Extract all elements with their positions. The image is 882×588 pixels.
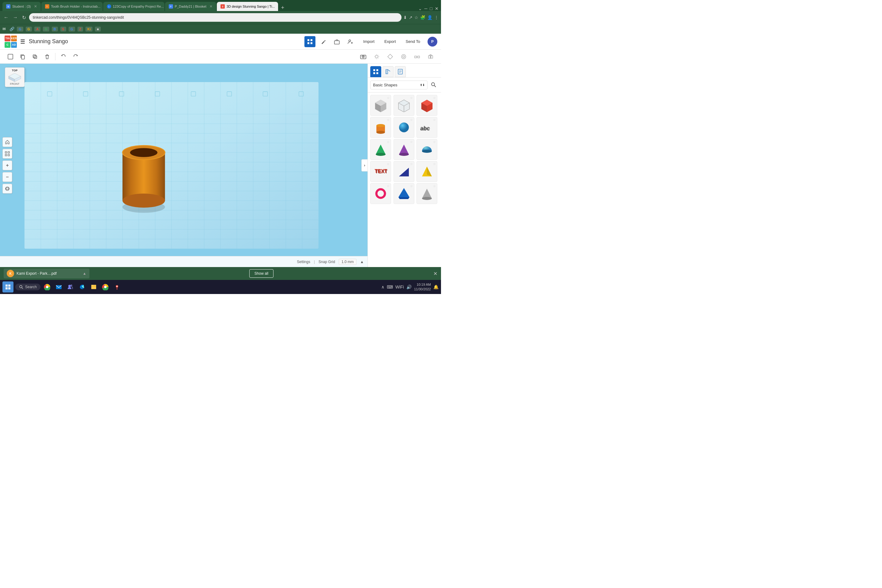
- shape-star-textred[interactable]: ☆: [387, 162, 390, 166]
- camera-view-button[interactable]: [358, 51, 369, 62]
- import-button[interactable]: Import: [358, 37, 380, 46]
- volume-icon[interactable]: 🔊: [406, 285, 412, 290]
- shape-star-cylinder[interactable]: ☆: [387, 118, 390, 122]
- bookmark-ki[interactable]: Ki: [86, 27, 93, 32]
- snap-grid-value[interactable]: 1.0 mm: [339, 259, 357, 265]
- shape-star-cone-purple[interactable]: ☆: [410, 140, 413, 144]
- shape-tool-button[interactable]: [385, 51, 396, 62]
- search-button[interactable]: [429, 80, 438, 90]
- notes-panel-tab[interactable]: [395, 66, 406, 77]
- keyboard-icon[interactable]: ⌨: [387, 285, 393, 290]
- send-to-button[interactable]: Send To: [401, 37, 425, 46]
- shape-dropdown[interactable]: Basic Shapes ⬆⬇: [370, 81, 428, 89]
- wifi-icon[interactable]: WiFi: [395, 285, 404, 290]
- taskbar-icon-mail[interactable]: [54, 282, 64, 292]
- shape-item-cone-green[interactable]: ☆: [370, 139, 391, 160]
- maximize-button[interactable]: □: [430, 6, 432, 11]
- tab-4[interactable]: P P_Daddy21 | Blooket ✕: [165, 2, 216, 11]
- shape-item-halfsphere[interactable]: ☆: [417, 139, 437, 160]
- delete-button[interactable]: [42, 51, 52, 62]
- light-button[interactable]: [371, 51, 382, 62]
- shape-star-text3d[interactable]: ☆: [433, 118, 436, 122]
- ruler-panel-tab[interactable]: [382, 66, 393, 77]
- shape-item-cone-purple[interactable]: ☆: [393, 139, 414, 160]
- forward-button[interactable]: →: [12, 14, 19, 21]
- start-button[interactable]: [3, 282, 14, 292]
- shape-item-wedge-blue[interactable]: ☆: [393, 161, 414, 182]
- tab-3[interactable]: 1 123Copy of Empathy Project Re... ✕: [103, 2, 165, 11]
- download-bar-close-icon[interactable]: ✕: [434, 271, 437, 276]
- zoom-in-button[interactable]: [3, 160, 12, 170]
- bookmark-z[interactable]: Z: [78, 27, 83, 32]
- view-mode-button[interactable]: [3, 184, 12, 194]
- taskbar-icon-files[interactable]: [89, 282, 99, 292]
- shape-item-cylinder[interactable]: ☆: [370, 117, 391, 138]
- home-view-button[interactable]: [3, 137, 12, 147]
- project-title[interactable]: Stunning Sango: [29, 38, 302, 45]
- navigation-cube[interactable]: TOP FRONT: [5, 68, 24, 87]
- shape-item-box-red[interactable]: ☆: [417, 95, 437, 116]
- back-button[interactable]: ←: [3, 14, 10, 21]
- tab-1[interactable]: S Student : (3) ✕: [3, 2, 41, 11]
- grid-view-button[interactable]: [304, 36, 315, 47]
- bookmark-icon[interactable]: ☆: [414, 15, 418, 20]
- shape-item-textred[interactable]: ☆ TEXT TEXT: [370, 161, 391, 182]
- zoom-out-button[interactable]: [3, 172, 12, 182]
- shape-star-box-solid[interactable]: ☆: [387, 96, 390, 99]
- shape-star-torus[interactable]: ☆: [387, 184, 390, 188]
- extensions-icon[interactable]: 🧩: [420, 15, 425, 20]
- profile-icon[interactable]: 👤: [427, 15, 432, 20]
- shape-star-box-hole[interactable]: ☆: [410, 96, 413, 99]
- bookmark-google-2[interactable]: G: [26, 27, 32, 32]
- menu-icon[interactable]: ⋮: [434, 15, 438, 20]
- snap-grid-arrow[interactable]: ▲: [360, 260, 364, 264]
- craft-view-button[interactable]: [318, 36, 329, 47]
- shape-item-pyramid[interactable]: ☆: [417, 161, 437, 182]
- mail-icon[interactable]: ✉: [3, 27, 6, 31]
- close-window-button[interactable]: ✕: [435, 6, 438, 11]
- taskbar-icon-chrome-2[interactable]: [100, 282, 110, 292]
- panel-toggle-button[interactable]: ›: [362, 159, 368, 171]
- shape-item-prism-blue[interactable]: ☆: [393, 183, 414, 204]
- bookmark-google-1[interactable]: G: [17, 27, 23, 32]
- taskbar-icon-teams[interactable]: [66, 282, 75, 292]
- shape-star-wedge-blue[interactable]: ☆: [410, 162, 413, 166]
- viewport[interactable]: TOP FRONT: [0, 64, 368, 267]
- shape-star-cone-green[interactable]: ☆: [387, 140, 390, 144]
- minimize-button[interactable]: ─: [424, 6, 428, 11]
- time-block[interactable]: 10:19 AM 11/30/2022: [414, 282, 431, 292]
- hamburger-menu-icon[interactable]: ☰: [20, 38, 25, 45]
- download-item[interactable]: K Kami Export - Park....pdf ▲: [4, 268, 89, 278]
- group-button[interactable]: [412, 51, 423, 62]
- shape-item-box-hole[interactable]: ☆: [393, 95, 414, 116]
- bookmark-s[interactable]: S: [60, 27, 66, 32]
- taskbar-search[interactable]: Search: [15, 284, 40, 290]
- url-bar[interactable]: tinkercad.com/things/0V4l4QSBc25-stunnin…: [29, 13, 402, 22]
- redo-button[interactable]: [70, 51, 81, 62]
- settings-label[interactable]: Settings: [297, 260, 310, 264]
- duplicate-button[interactable]: [29, 51, 40, 62]
- shape-star-pyramid[interactable]: ☆: [433, 162, 436, 166]
- tab-list-button[interactable]: ⌄: [418, 6, 422, 11]
- download-chevron-up-icon[interactable]: ▲: [82, 272, 86, 276]
- share-icon[interactable]: ↗: [409, 15, 412, 20]
- shape-star-halfsphere[interactable]: ☆: [433, 140, 436, 144]
- bookmark-a[interactable]: A: [34, 27, 40, 32]
- taskbar-icon-maps[interactable]: [112, 282, 122, 292]
- tab-2[interactable]: T Tooth Brush Holder - Instructab... ✕: [41, 2, 103, 11]
- taskbar-icon-edge[interactable]: [77, 282, 87, 292]
- tab-5[interactable]: 3 3D design Stunning Sango | Ti... ✕: [217, 2, 278, 11]
- library-button[interactable]: [332, 36, 342, 47]
- bookmark-g[interactable]: G: [43, 27, 49, 32]
- shape-star-box-red[interactable]: ☆: [433, 96, 436, 99]
- user-avatar[interactable]: P: [428, 37, 437, 46]
- grid-panel-tab[interactable]: [370, 66, 381, 77]
- taskbar-icon-chrome[interactable]: [42, 282, 52, 292]
- shape-star-prism-blue[interactable]: ☆: [410, 184, 413, 188]
- shape-star-sphere[interactable]: ☆: [410, 118, 413, 122]
- notification-icon[interactable]: 🔔: [434, 285, 438, 290]
- undo-button[interactable]: [58, 51, 69, 62]
- bookmark-link-icon[interactable]: 🔗: [9, 27, 14, 31]
- shape-item-torus[interactable]: ☆: [370, 183, 391, 204]
- shape-star-cone-gray[interactable]: ☆: [433, 184, 436, 188]
